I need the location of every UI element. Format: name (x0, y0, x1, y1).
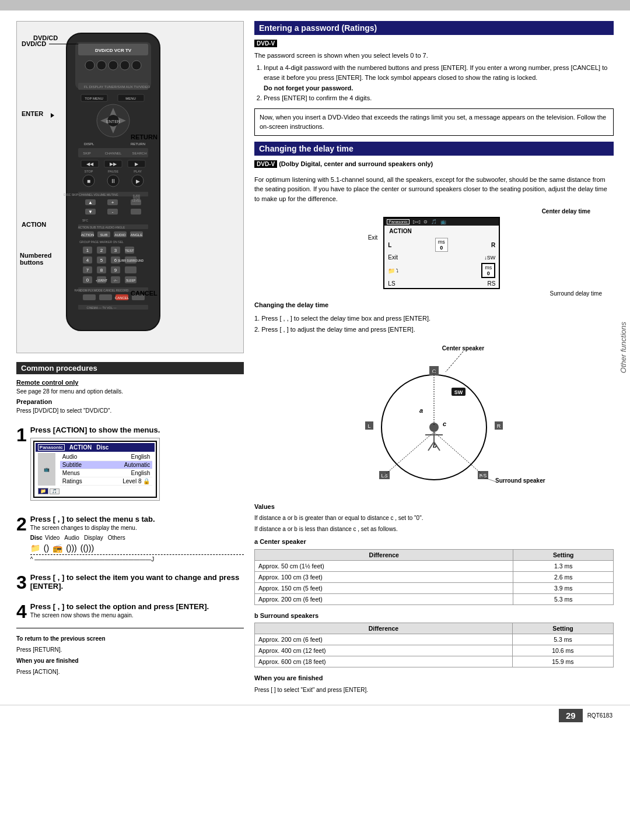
password-intro: The password screen is shown when you se… (254, 51, 614, 61)
svg-text:ACTION: ACTION (81, 233, 94, 237)
step3: 3 Press [ , ] to select the item you wan… (16, 568, 244, 592)
svg-text:DISC SKIP  CHANNEL  VOLUME  MU: DISC SKIP CHANNEL VOLUME MUTING (64, 193, 118, 196)
note-box: Now, when you insert a DVD-Video that ex… (254, 108, 614, 136)
press-step1: 1. Press [ , , ] to select the delay tim… (254, 313, 614, 324)
remote-container: DVD/CD DVD/CD VCR TV (16, 21, 244, 353)
values-label: Values (254, 502, 614, 512)
svg-text:ENTER: ENTER (106, 120, 120, 124)
svg-text:LEVEL: LEVEL (132, 199, 141, 202)
svg-text:▶: ▶ (136, 178, 140, 184)
common-procedures: Common procedures Remote control only Se… (16, 362, 244, 676)
svg-rect-57 (131, 209, 141, 215)
entering-password-section: Entering a password (Ratings) DVD-V The … (254, 21, 614, 136)
svg-text:CANCEL: CANCEL (115, 296, 130, 300)
svg-text:CINEMA    — TV VOL —: CINEMA — TV VOL — (87, 306, 117, 310)
remote-only-label: Remote control only (16, 379, 244, 386)
page: DVD/CD DVD/CD VCR TV (0, 0, 630, 840)
svg-text:5: 5 (100, 258, 103, 263)
delay-time-header: Changing the delay time (254, 142, 614, 156)
menu-disc-label: Disc (96, 444, 108, 451)
svg-text:7: 7 (86, 268, 89, 273)
right-column: Entering a password (Ratings) DVD-V The … (254, 21, 614, 697)
svg-text:◀◀: ◀◀ (86, 161, 94, 167)
svg-text:1: 1 (86, 248, 89, 253)
svg-text:Center speaker: Center speaker (442, 345, 484, 352)
svg-text:0: 0 (86, 277, 89, 283)
footer-finish-label: When you are finished (16, 656, 244, 665)
svg-text:DVD/CD   VCR   TV: DVD/CD VCR TV (95, 48, 132, 53)
svg-text:SURR SURROUND: SURR SURROUND (118, 259, 144, 262)
entering-password-header: Entering a password (Ratings) (254, 21, 614, 35)
svg-text:SKIP: SKIP (83, 152, 91, 155)
left-column: DVD/CD DVD/CD VCR TV (16, 21, 244, 697)
svg-point-6 (108, 61, 118, 70)
svg-text:RETURN: RETURN (131, 142, 145, 146)
menu-logo: Panasonic (38, 444, 65, 451)
dvd-v-badge: DVD-V (254, 40, 277, 47)
surround-section: b Surround speakers (254, 611, 614, 621)
svg-text:2: 2 (100, 248, 103, 253)
step4-title: Press [ , ] to select the option and pre… (30, 602, 209, 611)
delay-badge-text: (Dolby Digital, center and surround spea… (279, 160, 433, 167)
svg-text:-/--: -/-- (114, 279, 118, 282)
step1-title: Press [ACTION] to show the menus. (30, 426, 160, 434)
action-ext-label: ACTION (22, 221, 46, 228)
cell-setting: 15.9 ms (512, 656, 613, 667)
delay-action-label: ACTION (389, 228, 411, 234)
svg-text:6: 6 (114, 258, 117, 263)
table-row: Approx. 150 cm (5 feet) 3.9 ms (255, 582, 614, 593)
cell-setting: 5.3 ms (512, 634, 613, 645)
svg-text:+10/ENT: +10/ENT (96, 279, 107, 282)
svg-line-133 (384, 432, 434, 475)
svg-point-5 (97, 61, 106, 70)
cell-diff: Approx. 150 cm (5 feet) (255, 582, 513, 593)
footer-finish-text: Press [ACTION]. (16, 667, 244, 676)
step2-number: 2 (16, 515, 27, 533)
cell-setting: 1.3 ms (513, 560, 614, 571)
values-text1: If distance a or b is greater than or eq… (254, 514, 614, 522)
surround-speaker-table: Difference Setting Approx. 200 cm (6 fee… (254, 623, 614, 667)
svg-text:R: R (497, 423, 501, 429)
step2-title: Press [ , ] to select the menu s tab. (30, 515, 244, 523)
step4-desc: The screen now shows the menu again. (30, 611, 209, 620)
svg-rect-103 (83, 294, 96, 300)
surround-table-header-diff: Difference (255, 623, 513, 634)
center-speaker-section: a Center speaker (254, 537, 614, 547)
exit-label: Exit (368, 217, 378, 241)
svg-rect-92 (125, 266, 136, 273)
svg-text:RS: RS (480, 473, 487, 479)
svg-text:SLEEP: SLEEP (126, 279, 136, 282)
table-row: Approx. 400 cm (12 feet) 10.6 ms (255, 645, 614, 656)
footer-return-text: Press [RETURN]. (16, 645, 244, 654)
footer: 29 RQT6183 (0, 705, 630, 728)
changing-delay-label2: Changing the delay time (254, 301, 614, 308)
cell-setting: 2.6 ms (513, 571, 614, 582)
password-steps: Input a 4-digit password with the number… (254, 63, 614, 104)
password-step2: Press [ENTER] to confirm the 4 digits. (264, 94, 372, 101)
svg-text:PLAY: PLAY (134, 170, 142, 173)
cell-diff: Approx. 200 cm (6 feet) (255, 593, 513, 604)
surround-table-header-setting: Setting (512, 623, 613, 634)
menu-screenshot-step1: Panasonic ACTION Disc 📺 AudioEnglish (30, 438, 160, 501)
svg-text:DISPL: DISPL (84, 142, 94, 146)
dvd-cd-ext-label: DVD/CD (22, 40, 78, 47)
delay-intro: For optimum listening with 5.1-channel s… (254, 175, 614, 204)
svg-text:RANDOM  PLY.MODE  CANCEL  RECO: RANDOM PLY.MODE CANCEL RECORD (75, 289, 129, 292)
cell-setting: 10.6 ms (512, 645, 613, 656)
press-step2: 2. Press [ , ] to adjust the delay time … (254, 324, 614, 335)
svg-text:L: L (368, 423, 370, 429)
delay-dvd-badge: DVD-V (254, 160, 277, 168)
svg-text:GROUP  PAGE  MARKER  ON SEL: GROUP PAGE MARKER ON SEL (79, 240, 124, 244)
svg-text:+: + (111, 200, 114, 205)
center-delay-label: Center delay time (254, 208, 614, 215)
step1: 1 Press [ACTION] to show the menus. Pana… (16, 421, 244, 504)
page-number-box: 29 (559, 709, 583, 722)
enter-ext-label: ENTER (22, 110, 43, 117)
table-row: Approx. 200 cm (6 feet) 5.3 ms (255, 634, 614, 645)
password-step1: Input a 4-digit password with the number… (264, 64, 607, 82)
table-row: Approx. 100 cm (3 feet) 2.6 ms (255, 571, 614, 582)
svg-text:SEARCH: SEARCH (132, 152, 146, 155)
when-finished-text: Press [ ] to select "Exit" and press [EN… (254, 686, 614, 694)
cell-setting: 5.3 ms (513, 593, 614, 604)
speaker-svg: Center speaker C SW (254, 340, 614, 497)
